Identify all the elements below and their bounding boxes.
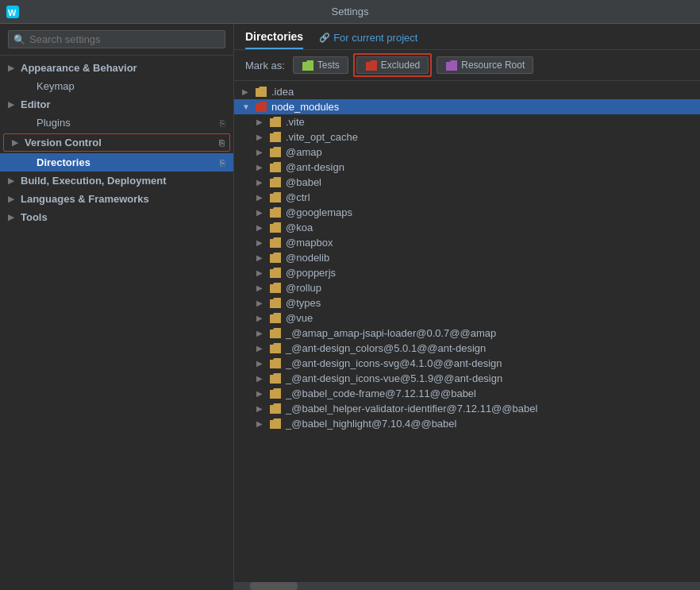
sidebar-item-label: Directories xyxy=(37,156,220,168)
amap-jsapi-arrow: ▶ xyxy=(256,329,266,337)
search-input[interactable] xyxy=(8,30,225,48)
link-icon: 🔗 xyxy=(319,33,330,43)
tree-item-ant-design-colors[interactable]: ▶ _@ant-design_colors@5.0.1@@ant-design xyxy=(234,341,700,356)
tests-folder-icon xyxy=(302,60,314,71)
rollup-folder-icon xyxy=(269,283,282,293)
tree-item-vue[interactable]: ▶ @vue xyxy=(234,310,700,326)
tree-item-babel-highlight[interactable]: ▶ _@babel_highlight@7.10.4@@babel xyxy=(234,416,700,431)
tree-item-popperjs[interactable]: ▶ @popperjs xyxy=(234,265,700,280)
scrollbar-thumb[interactable] xyxy=(250,582,298,590)
tree-item-label: @vue xyxy=(286,312,313,324)
tree-item-ctrl[interactable]: ▶ @ctrl xyxy=(234,190,700,205)
expand-arrow xyxy=(24,118,33,127)
amap-folder-icon xyxy=(269,147,282,157)
directory-tree: ▶ .idea ▼ node_modules ▶ .vit xyxy=(234,81,700,582)
sidebar-item-version-control[interactable]: ▶ Version Control ⎘ xyxy=(3,133,230,152)
sidebar-item-plugins[interactable]: Plugins ⎘ xyxy=(0,114,233,132)
expand-arrow: ▶ xyxy=(8,64,17,72)
excluded-folder-icon xyxy=(365,60,378,71)
nodelib-folder-icon xyxy=(269,253,282,263)
types-arrow: ▶ xyxy=(256,299,266,307)
excluded-wrapper: Excluded xyxy=(356,56,429,74)
babel-helper-validator-arrow: ▶ xyxy=(256,404,266,413)
mark-as-excluded-button[interactable]: Excluded xyxy=(356,56,429,74)
tree-item-ant-design[interactable]: ▶ @ant-design xyxy=(234,160,700,175)
webstorm-icon: W xyxy=(6,6,19,18)
version-control-icon: ⎘ xyxy=(219,138,225,148)
tree-item-googlemaps[interactable]: ▶ @googlemaps xyxy=(234,205,700,220)
tab-link-label: For current project xyxy=(333,32,417,44)
sidebar-item-build-execution[interactable]: ▶ Build, Execution, Deployment xyxy=(0,172,233,190)
node-modules-arrow: ▼ xyxy=(242,102,252,111)
idea-arrow: ▶ xyxy=(242,87,252,96)
tree-item-label: node_modules xyxy=(271,101,339,113)
tree-item-vite[interactable]: ▶ .vite xyxy=(234,114,700,129)
mark-as-label: Mark as: xyxy=(245,60,285,71)
tree-item-mapbox[interactable]: ▶ @mapbox xyxy=(234,235,700,250)
ctrl-arrow: ▶ xyxy=(256,193,266,202)
babel-code-frame-arrow: ▶ xyxy=(256,389,266,398)
tree-item-babel[interactable]: ▶ @babel xyxy=(234,175,700,190)
nodelib-arrow: ▶ xyxy=(256,253,266,262)
babel-highlight-arrow: ▶ xyxy=(256,419,266,428)
tab-directories[interactable]: Directories xyxy=(245,30,303,49)
expand-arrow: ▶ xyxy=(8,213,17,222)
sidebar-item-appearance-behavior[interactable]: ▶ Appearance & Behavior xyxy=(0,59,233,77)
rollup-arrow: ▶ xyxy=(256,283,266,292)
tests-btn-label: Tests xyxy=(317,60,340,71)
tree-item-label: .vite_opt_cache xyxy=(286,131,358,143)
tree-item-types[interactable]: ▶ @types xyxy=(234,295,700,310)
tree-item-koa[interactable]: ▶ @koa xyxy=(234,220,700,235)
tree-item-rollup[interactable]: ▶ @rollup xyxy=(234,280,700,295)
horizontal-scrollbar[interactable] xyxy=(234,582,700,590)
expand-arrow: ▶ xyxy=(8,176,17,185)
tree-item-label: _@babel_helper-validator-identifier@7.12… xyxy=(286,403,537,415)
tree-item-nodelib[interactable]: ▶ @nodelib xyxy=(234,250,700,265)
sidebar-item-keymap[interactable]: Keymap xyxy=(0,77,233,95)
ant-design-icons-svg-arrow: ▶ xyxy=(256,359,266,368)
tree-item-ant-design-icons-svg[interactable]: ▶ _@ant-design_icons-svg@4.1.0@@ant-desi… xyxy=(234,356,700,371)
tree-item-label: @types xyxy=(286,297,321,309)
tree-item-amap[interactable]: ▶ @amap xyxy=(234,145,700,160)
title-bar: W Settings xyxy=(0,0,700,24)
sidebar-item-tools[interactable]: ▶ Tools xyxy=(0,208,233,226)
expand-arrow: ▶ xyxy=(12,138,21,147)
vite-opt-folder-icon xyxy=(269,132,282,142)
ant-design-colors-arrow: ▶ xyxy=(256,344,266,353)
tree-item-ant-design-icons-vue[interactable]: ▶ _@ant-design_icons-vue@5.1.9@@ant-desi… xyxy=(234,371,700,386)
googlemaps-arrow: ▶ xyxy=(256,208,266,217)
tree-item-label: @amap xyxy=(286,146,322,158)
tab-for-current-project[interactable]: 🔗 For current project xyxy=(319,32,417,48)
mark-as-tests-button[interactable]: Tests xyxy=(293,56,348,74)
amap-jsapi-folder-icon xyxy=(269,328,282,338)
tree-item-label: @ant-design xyxy=(286,161,344,173)
sidebar-item-directories[interactable]: Directories ⎘ xyxy=(0,153,233,172)
tree-item-label: @rollup xyxy=(286,282,321,294)
vite-arrow: ▶ xyxy=(256,118,266,126)
sidebar-item-languages-frameworks[interactable]: ▶ Languages & Frameworks xyxy=(0,190,233,208)
expand-arrow: ▶ xyxy=(8,195,17,203)
tree-item-node-modules[interactable]: ▼ node_modules xyxy=(234,99,700,114)
sidebar-item-label: Keymap xyxy=(37,80,225,92)
koa-folder-icon xyxy=(269,222,282,233)
tree-item-babel-code-frame[interactable]: ▶ _@babel_code-frame@7.12.11@@babel xyxy=(234,386,700,401)
tab-directories-label: Directories xyxy=(245,30,303,43)
tree-item-label: _@ant-design_icons-vue@5.1.9@@ant-design xyxy=(286,372,502,384)
tree-item-idea[interactable]: ▶ .idea xyxy=(234,84,700,99)
mark-as-resource-root-button[interactable]: Resource Root xyxy=(437,56,533,74)
sidebar-nav: ▶ Appearance & Behavior Keymap ▶ Editor … xyxy=(0,56,233,590)
sidebar-search-area: 🔍 xyxy=(0,24,233,56)
amap-arrow: ▶ xyxy=(256,148,266,156)
sidebar-item-editor[interactable]: ▶ Editor xyxy=(0,95,233,114)
sidebar-item-label: Version Control xyxy=(25,137,219,148)
tree-item-babel-helper-validator[interactable]: ▶ _@babel_helper-validator-identifier@7.… xyxy=(234,401,700,416)
vite-opt-arrow: ▶ xyxy=(256,133,266,141)
ant-design-icons-vue-folder-icon xyxy=(269,373,282,384)
tree-item-amap-jsapi[interactable]: ▶ _@amap_amap-jsapi-loader@0.0.7@@amap xyxy=(234,326,700,341)
content-tabs: Directories 🔗 For current project xyxy=(234,24,700,50)
ant-design-icons-svg-folder-icon xyxy=(269,358,282,368)
tree-item-label: _@ant-design_colors@5.0.1@@ant-design xyxy=(286,342,486,354)
tree-item-vite-opt-cache[interactable]: ▶ .vite_opt_cache xyxy=(234,129,700,145)
tree-item-label: @ctrl xyxy=(286,191,310,203)
idea-folder-icon xyxy=(255,87,267,97)
